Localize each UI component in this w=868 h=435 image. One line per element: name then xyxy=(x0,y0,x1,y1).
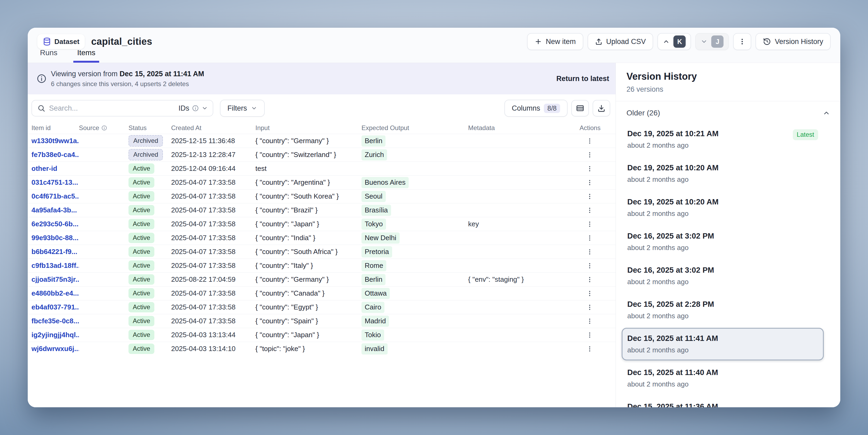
table-row[interactable]: fbcfe35e-0c8... Active 2025-04-07 17:33:… xyxy=(28,314,616,328)
row-actions-button[interactable] xyxy=(583,315,596,328)
version-list-item[interactable]: Dec 15, 2025 at 2:28 PM about 2 months a… xyxy=(622,294,824,326)
download-button[interactable] xyxy=(593,100,610,117)
created-at-cell: 2025-08-22 17:04:59 xyxy=(171,275,255,284)
item-id-link[interactable]: fe7b38e0-ca4... xyxy=(31,151,79,159)
version-list-item[interactable]: Dec 15, 2025 at 11:36 AM about 2 months … xyxy=(622,396,824,407)
table-row[interactable]: ig2yjingjj4hql... Active 2025-04-03 13:1… xyxy=(28,328,616,342)
version-item-age: about 2 months ago xyxy=(627,278,714,286)
table-row[interactable]: 0c4f671b-ac5... Active 2025-04-07 17:33:… xyxy=(28,189,616,203)
more-options-button[interactable] xyxy=(733,33,751,50)
table-row[interactable]: other-id Active 2025-12-04 09:16:44 test xyxy=(28,161,616,176)
status-badge: Active xyxy=(128,274,154,285)
upload-csv-button[interactable]: Upload CSV xyxy=(588,33,653,50)
item-id-link[interactable]: 0c4f671b-ac5... xyxy=(31,192,79,200)
tab-items[interactable]: Items xyxy=(73,49,99,63)
expected-output-value: Pretoria xyxy=(362,246,392,257)
row-actions-button[interactable] xyxy=(583,273,596,286)
table-row[interactable]: 4a95afa4-3b... Active 2025-04-07 17:33:5… xyxy=(28,203,616,217)
version-list-item[interactable]: Dec 16, 2025 at 3:02 PM about 2 months a… xyxy=(622,225,824,258)
table-row[interactable]: w1330t9ww1a... Archived 2025-12-15 11:36… xyxy=(28,134,616,148)
row-actions-button[interactable] xyxy=(583,176,596,189)
version-list-item[interactable]: Dec 15, 2025 at 11:40 AM about 2 months … xyxy=(622,362,824,395)
table-row[interactable]: cjjoa5it75n3jr... Active 2025-08-22 17:0… xyxy=(28,272,616,286)
version-date: Dec 15, 2025 at 11:41 AM xyxy=(120,70,204,78)
user-k-button[interactable]: K xyxy=(657,33,691,50)
item-id-link[interactable]: w1330t9ww1a... xyxy=(31,137,79,145)
columns-label: Columns xyxy=(512,104,540,113)
status-badge: Active xyxy=(128,260,154,271)
input-cell: { "country": "Brazil" } xyxy=(255,206,362,214)
expected-output-value: Madrid xyxy=(362,316,389,327)
item-id-link[interactable]: fbcfe35e-0c8... xyxy=(31,317,79,325)
row-actions-button[interactable] xyxy=(583,162,596,175)
return-to-latest-link[interactable]: Return to latest xyxy=(556,74,609,83)
col-header-status: Status xyxy=(128,124,171,132)
row-actions-button[interactable] xyxy=(583,134,596,147)
item-id-link[interactable]: 6e293c50-6b... xyxy=(31,220,79,228)
row-actions-button[interactable] xyxy=(583,343,596,355)
expected-output-cell: Zurich xyxy=(362,149,468,160)
row-actions-button[interactable] xyxy=(583,301,596,314)
row-actions-button[interactable] xyxy=(583,190,596,203)
version-list-item[interactable]: Dec 15, 2025 at 11:41 AM about 2 months … xyxy=(622,328,824,361)
item-id-link[interactable]: ig2yjingjj4hql... xyxy=(31,331,79,339)
row-actions-button[interactable] xyxy=(583,246,596,258)
item-id-link[interactable]: c9fb13ad-18ff... xyxy=(31,261,79,270)
expected-output-cell: Ottawa xyxy=(362,288,468,299)
created-at-cell: 2025-04-07 17:33:58 xyxy=(171,220,255,228)
version-list-item[interactable]: Dec 16, 2025 at 3:02 PM about 2 months a… xyxy=(622,259,824,292)
user-j-button[interactable]: J xyxy=(695,33,729,50)
row-actions-button[interactable] xyxy=(583,218,596,230)
table-row[interactable]: 031c4751-13... Active 2025-04-07 17:33:5… xyxy=(28,176,616,189)
input-cell: { "country": "South Korea" } xyxy=(255,192,362,200)
row-actions-button[interactable] xyxy=(583,204,596,217)
row-actions-button[interactable] xyxy=(583,231,596,244)
expected-output-value: invalid xyxy=(362,343,388,354)
item-id-link[interactable]: 99e93b0c-88... xyxy=(31,234,79,242)
row-actions-button[interactable] xyxy=(583,149,596,161)
latest-badge: Latest xyxy=(793,129,818,140)
columns-button[interactable]: Columns 8/8 xyxy=(504,100,567,117)
version-list-item[interactable]: Dec 19, 2025 at 10:21 AM about 2 months … xyxy=(622,123,824,156)
plus-icon xyxy=(534,38,542,45)
row-density-button[interactable] xyxy=(571,100,589,117)
col-header-actions: Actions xyxy=(580,124,610,132)
item-id-link[interactable]: b6b64221-f9... xyxy=(31,248,79,256)
item-id-link[interactable]: e4860bb2-e4... xyxy=(31,289,79,298)
ids-selector[interactable]: IDs xyxy=(179,104,208,113)
row-actions-button[interactable] xyxy=(583,329,596,341)
table-row[interactable]: c9fb13ad-18ff... Active 2025-04-07 17:33… xyxy=(28,258,616,272)
row-actions-button[interactable] xyxy=(583,259,596,272)
item-id-link[interactable]: cjjoa5it75n3jr... xyxy=(31,275,79,284)
table-row[interactable]: eb4af037-791... Active 2025-04-07 17:33:… xyxy=(28,300,616,314)
status-badge: Active xyxy=(128,219,154,229)
status-cell: Active xyxy=(128,330,171,340)
status-cell: Active xyxy=(128,177,171,188)
tab-runs[interactable]: Runs xyxy=(36,49,61,63)
item-id-link[interactable]: eb4af037-791... xyxy=(31,303,79,311)
upload-icon xyxy=(595,38,602,45)
status-badge: Active xyxy=(128,247,154,257)
table-row[interactable]: wj6dwrwxu6j... Active 2025-04-03 13:14:1… xyxy=(28,342,616,355)
table-row[interactable]: b6b64221-f9... Active 2025-04-07 17:33:5… xyxy=(28,245,616,258)
version-list-item[interactable]: Dec 19, 2025 at 10:20 AM about 2 months … xyxy=(622,157,824,190)
chevron-up-icon xyxy=(663,38,670,45)
search-input[interactable] xyxy=(49,104,175,113)
status-badge: Active xyxy=(128,191,154,201)
item-id-link[interactable]: other-id xyxy=(31,164,79,173)
row-actions-button[interactable] xyxy=(583,287,596,300)
version-history-button[interactable]: Version History xyxy=(755,33,831,50)
table-row[interactable]: fe7b38e0-ca4... Archived 2025-12-13 12:2… xyxy=(28,148,616,161)
version-list-item[interactable]: Dec 19, 2025 at 10:20 AM about 2 months … xyxy=(622,191,824,224)
item-id-link[interactable]: 031c4751-13... xyxy=(31,178,79,187)
expected-output-value: New Delhi xyxy=(362,232,400,244)
table-row[interactable]: 99e93b0c-88... Active 2025-04-07 17:33:5… xyxy=(28,231,616,245)
item-id-link[interactable]: 4a95afa4-3b... xyxy=(31,206,79,214)
older-section-header[interactable]: Older (26) xyxy=(616,101,840,120)
new-item-button[interactable]: New item xyxy=(527,33,583,50)
filters-button[interactable]: Filters xyxy=(220,100,265,117)
version-item-date: Dec 19, 2025 at 10:20 AM xyxy=(627,197,718,206)
table-row[interactable]: e4860bb2-e4... Active 2025-04-07 17:33:5… xyxy=(28,286,616,300)
table-row[interactable]: 6e293c50-6b... Active 2025-04-07 17:33:5… xyxy=(28,217,616,231)
item-id-link[interactable]: wj6dwrwxu6j... xyxy=(31,345,79,353)
